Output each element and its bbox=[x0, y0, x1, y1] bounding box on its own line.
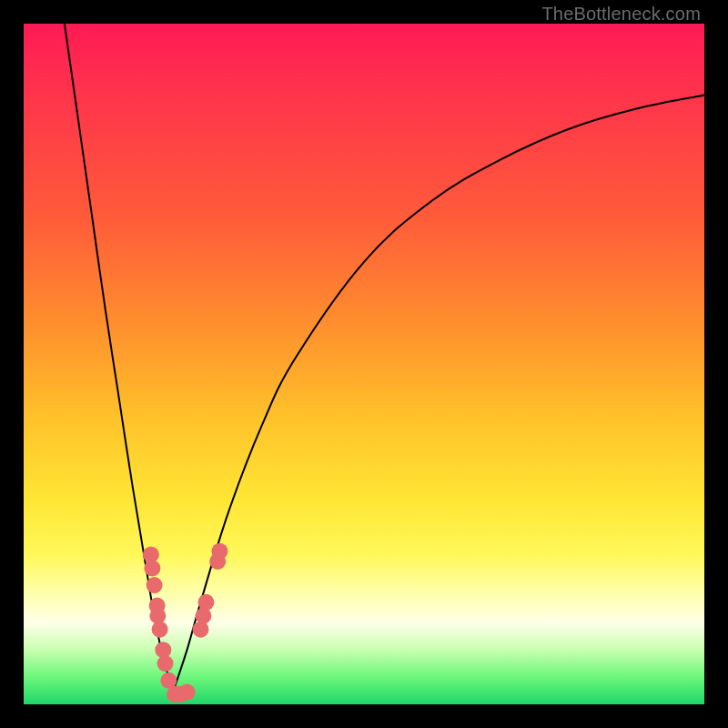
right-curve-path bbox=[174, 96, 704, 692]
data-bead bbox=[144, 560, 160, 576]
data-bead bbox=[192, 622, 208, 638]
data-bead bbox=[195, 608, 211, 624]
data-bead bbox=[157, 655, 174, 672]
watermark-text: TheBottleneck.com bbox=[541, 4, 701, 25]
data-bead bbox=[152, 622, 168, 638]
chart-svg bbox=[24, 24, 704, 704]
outer-black-frame: TheBottleneck.com bbox=[0, 0, 728, 728]
bead-cluster-left bbox=[143, 546, 196, 702]
data-bead bbox=[179, 684, 196, 701]
plot-area bbox=[24, 24, 704, 704]
bead-cluster-right bbox=[192, 543, 228, 638]
data-bead bbox=[211, 543, 228, 560]
data-bead bbox=[197, 594, 214, 611]
data-bead bbox=[147, 577, 163, 593]
